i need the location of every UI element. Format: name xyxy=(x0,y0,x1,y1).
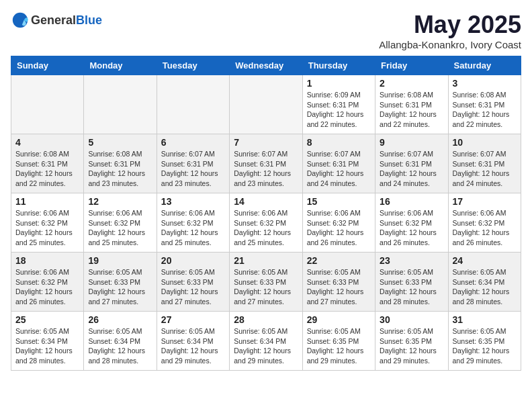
day-detail: Sunrise: 6:05 AMSunset: 6:34 PMDaylight:… xyxy=(88,326,152,366)
day-detail: Sunrise: 6:06 AMSunset: 6:32 PMDaylight:… xyxy=(15,267,79,307)
day-detail: Sunrise: 6:07 AMSunset: 6:31 PMDaylight:… xyxy=(234,149,298,189)
day-number: 9 xyxy=(380,137,443,148)
calendar-cell: 13Sunrise: 6:06 AMSunset: 6:32 PMDayligh… xyxy=(157,193,229,253)
day-number: 6 xyxy=(161,137,225,148)
day-number: 20 xyxy=(161,255,225,266)
day-detail: Sunrise: 6:06 AMSunset: 6:32 PMDaylight:… xyxy=(307,208,371,248)
calendar-cell: 6Sunrise: 6:07 AMSunset: 6:31 PMDaylight… xyxy=(157,134,229,193)
day-number: 27 xyxy=(161,314,225,325)
column-header-tuesday: Tuesday xyxy=(157,56,229,75)
day-number: 11 xyxy=(15,196,79,207)
day-number: 5 xyxy=(88,137,152,148)
day-detail: Sunrise: 6:06 AMSunset: 6:32 PMDaylight:… xyxy=(380,208,443,248)
column-header-sunday: Sunday xyxy=(11,56,84,75)
day-detail: Sunrise: 6:05 AMSunset: 6:33 PMDaylight:… xyxy=(234,267,298,307)
calendar-cell: 26Sunrise: 6:05 AMSunset: 6:34 PMDayligh… xyxy=(84,312,157,371)
column-header-thursday: Thursday xyxy=(302,56,375,75)
day-detail: Sunrise: 6:08 AMSunset: 6:31 PMDaylight:… xyxy=(380,90,443,130)
day-number: 3 xyxy=(453,78,517,89)
day-detail: Sunrise: 6:08 AMSunset: 6:31 PMDaylight:… xyxy=(453,90,517,130)
column-header-friday: Friday xyxy=(375,56,448,75)
calendar-table: SundayMondayTuesdayWednesdayThursdayFrid… xyxy=(11,56,521,371)
calendar-cell: 31Sunrise: 6:05 AMSunset: 6:35 PMDayligh… xyxy=(448,312,521,371)
day-number: 4 xyxy=(15,137,79,148)
calendar-cell: 3Sunrise: 6:08 AMSunset: 6:31 PMDaylight… xyxy=(448,75,521,134)
column-header-saturday: Saturday xyxy=(448,56,521,75)
day-number: 12 xyxy=(88,196,152,207)
day-detail: Sunrise: 6:05 AMSunset: 6:34 PMDaylight:… xyxy=(15,326,79,366)
location-subtitle: Allangba-Konankro, Ivory Coast xyxy=(379,39,521,50)
day-number: 10 xyxy=(453,137,517,148)
calendar-cell: 20Sunrise: 6:05 AMSunset: 6:33 PMDayligh… xyxy=(157,253,229,312)
calendar-cell: 23Sunrise: 6:05 AMSunset: 6:33 PMDayligh… xyxy=(375,253,448,312)
day-number: 7 xyxy=(234,137,298,148)
day-detail: Sunrise: 6:08 AMSunset: 6:31 PMDaylight:… xyxy=(15,149,79,189)
calendar-week-1: 1Sunrise: 6:09 AMSunset: 6:31 PMDaylight… xyxy=(11,75,521,134)
day-detail: Sunrise: 6:05 AMSunset: 6:33 PMDaylight:… xyxy=(88,267,152,307)
day-number: 21 xyxy=(234,255,298,266)
calendar-cell: 22Sunrise: 6:05 AMSunset: 6:33 PMDayligh… xyxy=(302,253,375,312)
calendar-cell: 8Sunrise: 6:07 AMSunset: 6:31 PMDaylight… xyxy=(302,134,375,193)
title-area: May 2025 Allangba-Konankro, Ivory Coast xyxy=(379,11,521,50)
day-detail: Sunrise: 6:06 AMSunset: 6:32 PMDaylight:… xyxy=(15,208,79,248)
day-number: 28 xyxy=(234,314,298,325)
day-detail: Sunrise: 6:05 AMSunset: 6:35 PMDaylight:… xyxy=(307,326,371,366)
calendar-cell: 14Sunrise: 6:06 AMSunset: 6:32 PMDayligh… xyxy=(230,193,302,253)
day-detail: Sunrise: 6:05 AMSunset: 6:34 PMDaylight:… xyxy=(234,326,298,366)
calendar-cell: 5Sunrise: 6:08 AMSunset: 6:31 PMDaylight… xyxy=(84,134,157,193)
calendar-week-2: 4Sunrise: 6:08 AMSunset: 6:31 PMDaylight… xyxy=(11,134,521,193)
day-detail: Sunrise: 6:05 AMSunset: 6:33 PMDaylight:… xyxy=(307,267,371,307)
day-number: 30 xyxy=(380,314,443,325)
calendar-cell xyxy=(157,75,229,134)
day-number: 22 xyxy=(307,255,371,266)
calendar-cell: 24Sunrise: 6:05 AMSunset: 6:34 PMDayligh… xyxy=(448,253,521,312)
page-header: GeneralBlue May 2025 Allangba-Konankro, … xyxy=(11,11,521,50)
calendar-cell: 2Sunrise: 6:08 AMSunset: 6:31 PMDaylight… xyxy=(375,75,448,134)
calendar-cell xyxy=(84,75,157,134)
calendar-cell: 21Sunrise: 6:05 AMSunset: 6:33 PMDayligh… xyxy=(230,253,302,312)
day-detail: Sunrise: 6:07 AMSunset: 6:31 PMDaylight:… xyxy=(453,149,517,189)
day-detail: Sunrise: 6:05 AMSunset: 6:35 PMDaylight:… xyxy=(380,326,443,366)
day-detail: Sunrise: 6:06 AMSunset: 6:32 PMDaylight:… xyxy=(234,208,298,248)
calendar-cell: 4Sunrise: 6:08 AMSunset: 6:31 PMDaylight… xyxy=(11,134,84,193)
calendar-week-5: 25Sunrise: 6:05 AMSunset: 6:34 PMDayligh… xyxy=(11,312,521,371)
calendar-cell: 16Sunrise: 6:06 AMSunset: 6:32 PMDayligh… xyxy=(375,193,448,253)
calendar-cell: 10Sunrise: 6:07 AMSunset: 6:31 PMDayligh… xyxy=(448,134,521,193)
day-number: 1 xyxy=(307,78,371,89)
calendar-cell: 19Sunrise: 6:05 AMSunset: 6:33 PMDayligh… xyxy=(84,253,157,312)
column-header-wednesday: Wednesday xyxy=(230,56,302,75)
day-number: 19 xyxy=(88,255,152,266)
calendar-cell: 9Sunrise: 6:07 AMSunset: 6:31 PMDaylight… xyxy=(375,134,448,193)
calendar-cell: 29Sunrise: 6:05 AMSunset: 6:35 PMDayligh… xyxy=(302,312,375,371)
day-number: 25 xyxy=(15,314,79,325)
day-number: 2 xyxy=(380,78,443,89)
day-number: 16 xyxy=(380,196,443,207)
day-detail: Sunrise: 6:08 AMSunset: 6:31 PMDaylight:… xyxy=(88,149,152,189)
logo-text-blue: Blue xyxy=(76,13,102,27)
day-number: 24 xyxy=(453,255,517,266)
day-number: 15 xyxy=(307,196,371,207)
day-detail: Sunrise: 6:05 AMSunset: 6:33 PMDaylight:… xyxy=(380,267,443,307)
calendar-cell: 30Sunrise: 6:05 AMSunset: 6:35 PMDayligh… xyxy=(375,312,448,371)
day-detail: Sunrise: 6:05 AMSunset: 6:34 PMDaylight:… xyxy=(161,326,225,366)
calendar-cell: 27Sunrise: 6:05 AMSunset: 6:34 PMDayligh… xyxy=(157,312,229,371)
logo-icon xyxy=(11,11,30,30)
calendar-cell: 11Sunrise: 6:06 AMSunset: 6:32 PMDayligh… xyxy=(11,193,84,253)
calendar-cell: 15Sunrise: 6:06 AMSunset: 6:32 PMDayligh… xyxy=(302,193,375,253)
day-number: 18 xyxy=(15,255,79,266)
calendar-cell: 18Sunrise: 6:06 AMSunset: 6:32 PMDayligh… xyxy=(11,253,84,312)
logo: GeneralBlue xyxy=(11,11,102,30)
day-detail: Sunrise: 6:05 AMSunset: 6:35 PMDaylight:… xyxy=(453,326,517,366)
calendar-cell: 1Sunrise: 6:09 AMSunset: 6:31 PMDaylight… xyxy=(302,75,375,134)
calendar-cell: 7Sunrise: 6:07 AMSunset: 6:31 PMDaylight… xyxy=(230,134,302,193)
calendar-cell: 28Sunrise: 6:05 AMSunset: 6:34 PMDayligh… xyxy=(230,312,302,371)
month-title: May 2025 xyxy=(379,11,521,39)
calendar-cell xyxy=(11,75,84,134)
column-header-monday: Monday xyxy=(84,56,157,75)
day-number: 13 xyxy=(161,196,225,207)
day-number: 26 xyxy=(88,314,152,325)
calendar-week-4: 18Sunrise: 6:06 AMSunset: 6:32 PMDayligh… xyxy=(11,253,521,312)
day-number: 23 xyxy=(380,255,443,266)
day-detail: Sunrise: 6:09 AMSunset: 6:31 PMDaylight:… xyxy=(307,90,371,130)
day-detail: Sunrise: 6:06 AMSunset: 6:32 PMDaylight:… xyxy=(453,208,517,248)
